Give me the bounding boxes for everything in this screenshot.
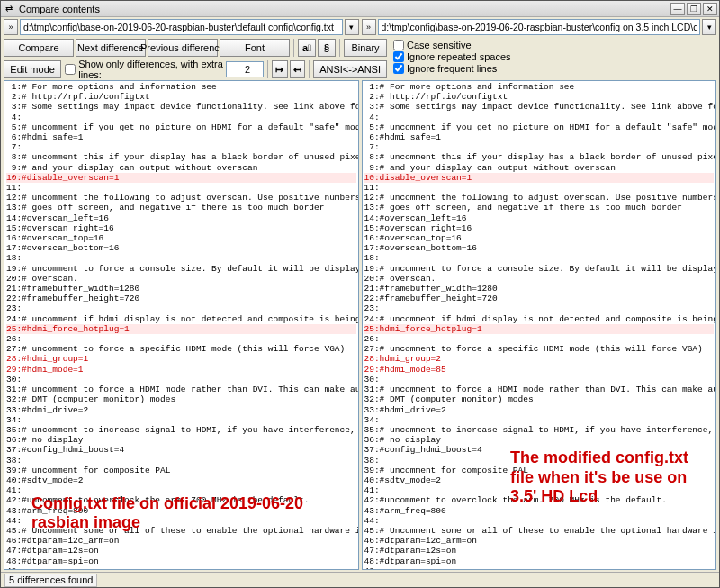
- code-line[interactable]: 19:# uncomment to force a console size. …: [364, 264, 715, 274]
- case-sensitive-check[interactable]: Case sensitive: [393, 39, 719, 50]
- code-line[interactable]: 21:#framebuffer_width=1280: [364, 284, 715, 294]
- right-path-input[interactable]: [378, 19, 701, 35]
- close-button[interactable]: ✕: [703, 3, 717, 15]
- code-line[interactable]: 18:: [364, 253, 715, 263]
- code-line[interactable]: 28:hdmi_group=2: [364, 354, 715, 364]
- font-button[interactable]: Font: [220, 39, 290, 57]
- code-line[interactable]: 30:: [6, 375, 356, 384]
- code-line[interactable]: 28:#hdmi_group=1: [6, 354, 356, 364]
- sync-scroll-icon[interactable]: §: [318, 39, 336, 57]
- code-line[interactable]: 19:# uncomment to force a console size. …: [6, 264, 356, 274]
- code-line[interactable]: 3:# Some settings may impact device func…: [364, 102, 715, 112]
- code-line[interactable]: 47:#dtparam=i2s=on: [6, 546, 356, 556]
- code-line[interactable]: 26:: [364, 334, 715, 344]
- code-line[interactable]: 48:#dtparam=spi=on: [6, 556, 356, 566]
- code-line[interactable]: 30:: [364, 375, 715, 384]
- code-line[interactable]: 15:#overscan_right=16: [364, 223, 715, 233]
- code-line[interactable]: 12:# uncomment the following to adjust o…: [364, 193, 715, 203]
- code-line[interactable]: 23:: [6, 303, 356, 313]
- code-line[interactable]: 24:# uncomment if hdmi display is not de…: [364, 314, 715, 324]
- code-line[interactable]: 49:: [364, 566, 715, 570]
- code-line[interactable]: 29:#hdmi_mode=1: [6, 365, 356, 375]
- code-line[interactable]: 35:# uncomment to increase signal to HDM…: [6, 425, 356, 435]
- code-line[interactable]: 33:#hdmi_drive=2: [6, 405, 356, 415]
- code-line[interactable]: 39:# uncomment for composite PAL: [6, 466, 356, 475]
- code-line[interactable]: 14:#overscan_left=16: [364, 213, 715, 223]
- code-line[interactable]: 33:#hdmi_drive=2: [364, 405, 715, 415]
- compare-button[interactable]: Compare: [4, 39, 74, 57]
- code-line[interactable]: 36:# no display: [364, 435, 715, 445]
- code-line[interactable]: 5:# uncomment if you get no picture on H…: [364, 122, 715, 132]
- code-line[interactable]: 35:# uncomment to increase signal to HDM…: [364, 425, 715, 435]
- extra-lines-input[interactable]: [226, 61, 264, 77]
- code-line[interactable]: 4:: [364, 113, 715, 122]
- left-pane[interactable]: 1:# For more options and information see…: [4, 80, 359, 570]
- code-line[interactable]: 34:: [6, 415, 356, 425]
- code-line[interactable]: 2:# http://rpf.io/configtxt: [6, 92, 356, 102]
- code-line[interactable]: 6:#hdmi_safe=1: [6, 132, 356, 142]
- code-line[interactable]: 40:#sdtv_mode=2: [6, 475, 356, 485]
- code-line[interactable]: 29:#hdmi_mode=85: [364, 365, 715, 375]
- encoding-button[interactable]: ANSI<->ANSI: [313, 60, 387, 78]
- code-line[interactable]: 27:# uncomment to force a specific HDMI …: [6, 344, 356, 354]
- code-line[interactable]: 15:#overscan_right=16: [6, 223, 356, 233]
- code-line[interactable]: 8:# uncomment this if your display has a…: [364, 152, 715, 162]
- code-line[interactable]: 49:: [6, 566, 356, 570]
- code-line[interactable]: 46:#dtparam=i2c_arm=on: [364, 536, 715, 546]
- code-line[interactable]: 11:: [6, 183, 356, 193]
- code-line[interactable]: 37:#config_hdmi_boost=4: [6, 445, 356, 455]
- code-line[interactable]: 47:#dtparam=i2s=on: [364, 546, 715, 556]
- code-line[interactable]: 2:# http://rpf.io/configtxt: [364, 92, 715, 102]
- left-dropdown-button[interactable]: ▾: [345, 19, 359, 35]
- minimize-button[interactable]: —: [670, 3, 685, 15]
- editmode-button[interactable]: Edit mode: [4, 60, 61, 78]
- maximize-button[interactable]: ❐: [687, 3, 701, 15]
- code-line[interactable]: 20:# overscan.: [364, 274, 715, 284]
- code-line[interactable]: 17:#overscan_bottom=16: [364, 243, 715, 253]
- code-line[interactable]: 26:: [6, 334, 356, 344]
- left-path-input[interactable]: [20, 19, 343, 35]
- code-line[interactable]: 34:: [364, 415, 715, 425]
- code-line[interactable]: 11:: [364, 183, 715, 193]
- code-line[interactable]: 23:: [364, 303, 715, 313]
- code-line[interactable]: 10:disable_overscan=1: [364, 173, 715, 183]
- code-line[interactable]: 45:# Uncomment some or all of these to e…: [364, 526, 715, 536]
- showonly-check[interactable]: Show only differences, with extra lines:: [65, 64, 224, 76]
- code-line[interactable]: 1:# For more options and information see: [6, 82, 356, 92]
- code-line[interactable]: 22:#framebuffer_height=720: [6, 294, 356, 303]
- code-line[interactable]: 12:# uncomment the following to adjust o…: [6, 193, 356, 203]
- code-line[interactable]: 24:# uncomment if hdmi display is not de…: [6, 314, 356, 324]
- browse-button[interactable]: »: [362, 19, 376, 35]
- code-line[interactable]: 22:#framebuffer_height=720: [364, 294, 715, 303]
- code-line[interactable]: 43:#arm_freq=800: [364, 506, 715, 516]
- right-pane[interactable]: 1:# For more options and information see…: [362, 80, 717, 570]
- code-line[interactable]: 16:#overscan_top=16: [364, 233, 715, 243]
- code-line[interactable]: 14:#overscan_left=16: [6, 213, 356, 223]
- code-line[interactable]: 6:#hdmi_safe=1: [364, 132, 715, 142]
- code-line[interactable]: 31:# uncomment to force a HDMI mode rath…: [6, 384, 356, 394]
- ignore-spaces-check[interactable]: Ignore repeated spaces: [393, 50, 719, 62]
- code-line[interactable]: 38:: [6, 456, 356, 466]
- code-line[interactable]: 8:# uncomment this if your display has a…: [6, 152, 356, 162]
- code-line[interactable]: 32:# DMT (computer monitor) modes: [364, 394, 715, 404]
- code-line[interactable]: 32:# DMT (computer monitor) modes: [6, 394, 356, 404]
- code-line[interactable]: 25:#hdmi_force_hotplug=1: [6, 324, 356, 334]
- code-line[interactable]: 10:#disable_overscan=1: [6, 173, 356, 183]
- code-line[interactable]: 13:# goes off screen, and negative if th…: [364, 203, 715, 213]
- code-line[interactable]: 3:# Some settings may impact device func…: [6, 102, 356, 112]
- ignore-frequent-check[interactable]: Ignore frequent lines: [393, 62, 719, 74]
- code-line[interactable]: 36:# no display: [6, 435, 356, 445]
- copy-right-icon[interactable]: ↦: [272, 60, 288, 78]
- code-line[interactable]: 5:# uncomment if you get no picture on H…: [6, 122, 356, 132]
- right-dropdown-button[interactable]: ▾: [702, 19, 716, 35]
- code-line[interactable]: 27:# uncomment to force a specific HDMI …: [364, 344, 715, 354]
- next-diff-button[interactable]: Next difference: [76, 39, 146, 57]
- code-line[interactable]: 7:: [6, 142, 356, 152]
- code-line[interactable]: 46:#dtparam=i2c_arm=on: [6, 536, 356, 546]
- browse-button[interactable]: »: [4, 19, 18, 35]
- code-line[interactable]: 44:: [364, 516, 715, 526]
- copy-left-icon[interactable]: ↤: [290, 60, 306, 78]
- code-line[interactable]: 17:#overscan_bottom=16: [6, 243, 356, 253]
- code-line[interactable]: 31:# uncomment to force a HDMI mode rath…: [364, 384, 715, 394]
- prev-diff-button[interactable]: Previous difference: [148, 39, 218, 57]
